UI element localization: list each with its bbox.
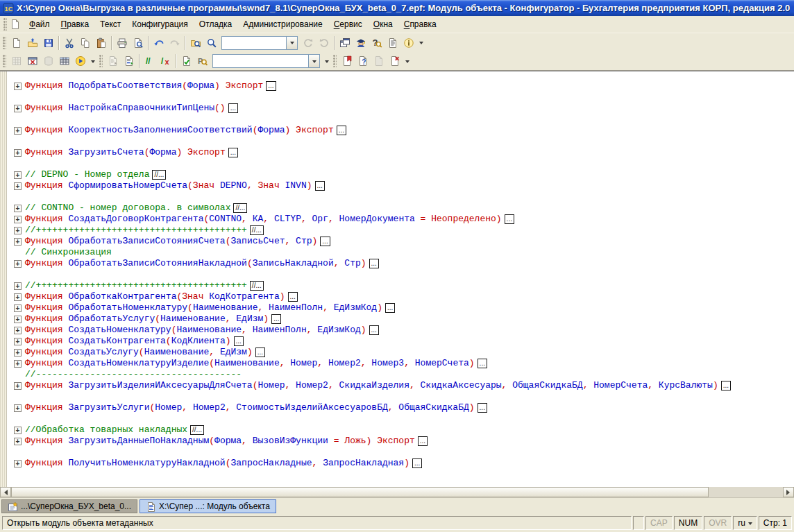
close-window-button[interactable] [24,53,40,69]
print-preview-button[interactable] [130,35,146,51]
collapsed-body-marker[interactable]: ... [385,303,395,313]
procedures-options-button[interactable] [322,53,331,69]
collapsed-body-marker[interactable]: ... [505,214,514,224]
toolbar-options-button[interactable] [416,35,425,51]
code-line[interactable]: +Функция ЗагрузитьДанныеПоНакладным(Форм… [7,436,794,447]
clear-bookmarks-button[interactable] [387,53,403,69]
tab-processor[interactable]: ...\СуперОкна_БУХ_beta_0... [1,499,137,513]
cut-button[interactable] [61,35,77,51]
code-line[interactable]: +Функция ЗагрузитьИзделияИАксесуарыДляСч… [7,380,794,391]
open-button[interactable] [24,35,40,51]
add-comment-button[interactable]: // [142,53,158,69]
fold-expand-button[interactable]: + [14,171,22,179]
collapsed-body-marker[interactable]: ... [315,181,325,191]
search-combobox-field[interactable] [221,36,286,50]
scrollbar-track[interactable] [709,487,783,497]
collapsed-body-marker[interactable]: ... [320,237,330,246]
fold-expand-button[interactable]: + [14,227,22,234]
table-button[interactable] [56,53,72,69]
horizontal-scrollbar[interactable] [0,487,794,497]
menubar-grip[interactable] [3,18,7,31]
fold-expand-button[interactable]: + [14,216,22,223]
new-document-button[interactable] [8,35,24,51]
code-line[interactable]: +Функция ОбработатьНоменклатуру(Наименов… [7,302,794,314]
blank-line[interactable] [7,391,794,402]
toggle-bookmark-button[interactable] [339,53,355,69]
code-area[interactable]: +Функция ПодобратьСоответствия(Форма) Эк… [7,71,794,487]
paste-button[interactable] [93,35,109,51]
fold-expand-button[interactable]: + [14,149,22,157]
fold-expand-button[interactable]: + [14,127,22,135]
print-button[interactable] [114,35,130,51]
collapsed-body-marker[interactable]: ... [369,325,379,335]
collapsed-body-marker[interactable]: ... [288,292,298,302]
toolbar-grip[interactable] [333,55,337,67]
language-selector[interactable]: ru [733,516,757,530]
collapsed-body-marker[interactable]: //... [250,225,264,235]
fold-expand-button[interactable]: + [14,260,22,268]
blank-line[interactable] [7,158,794,169]
blank-line[interactable] [7,136,794,147]
fold-expand-button[interactable]: + [14,349,22,357]
collapsed-body-marker[interactable]: ... [228,103,238,113]
fold-expand-button[interactable]: + [14,438,22,445]
collapsed-body-marker[interactable]: ... [271,314,281,324]
scroll-right-button[interactable] [783,487,794,497]
code-line[interactable]: +Функция ОбработатьУслугу(Наименование, … [7,314,794,325]
code-line[interactable]: +Функция СоздатьНоменклатуруИзделие(Наим… [7,358,794,369]
fold-expand-button[interactable]: + [14,382,22,390]
goto-procedure-button[interactable]: P [194,53,210,69]
fold-expand-button[interactable]: + [14,205,22,212]
fold-expand-button[interactable]: + [14,293,22,301]
code-line[interactable]: +// CONTNO - номер договора. в символах/… [7,203,794,214]
blank-line[interactable] [7,413,794,424]
menu-windows[interactable]: Окна [368,17,398,32]
collapsed-body-marker[interactable]: //... [190,425,204,435]
collapsed-body-marker[interactable]: ... [234,336,244,346]
code-line[interactable]: +Функция СоздатьДоговорКонтрагента(CONTN… [7,214,794,225]
fold-expand-button[interactable]: + [14,327,22,334]
code-line[interactable]: +Функция ОбработкаКонтрагента(Знач КодКо… [7,291,794,302]
collapsed-body-marker[interactable]: ... [721,381,731,391]
menu-edit[interactable]: Правка [56,17,95,32]
blank-line[interactable] [7,191,794,203]
toolbar-grip[interactable] [3,55,6,67]
fold-expand-button[interactable]: + [14,182,22,190]
menu-file[interactable]: Файл [24,17,56,32]
collapsed-body-marker[interactable]: //... [233,203,247,213]
blank-line[interactable] [7,114,794,125]
blank-line[interactable] [7,269,794,280]
fold-expand-button[interactable]: + [14,338,22,345]
menu-administration[interactable]: Администрирование [237,17,328,32]
undo-button[interactable] [151,35,167,51]
properties-button[interactable] [385,35,400,51]
code-line[interactable]: +Функция ОбработатьЗаписиСотоянияСчета(З… [7,236,794,247]
collapsed-body-marker[interactable]: ... [337,126,346,135]
code-line[interactable]: +Функция КооректностьЗаполненияСоответст… [7,125,794,136]
search-button[interactable] [203,35,219,51]
context-help-button[interactable]: ? [369,35,385,51]
remove-comment-button[interactable]: /x [158,53,174,69]
code-line[interactable]: +//+++++++++++++++++++++++++++++++++++++… [7,280,794,291]
fold-expand-button[interactable]: + [14,404,22,412]
code-line[interactable]: +Функция СформироватьНомерСчета(Знач DEP… [7,180,794,191]
tab-object-module[interactable]: X:\Супер ...: Модуль объекта [140,499,276,513]
fold-expand-button[interactable]: + [14,304,22,312]
run-options-button[interactable] [88,53,97,69]
code-line[interactable]: +Функция НастройкаСправочникиТипЦены()..… [7,103,794,114]
next-bookmark-button[interactable]: ? [355,53,371,69]
procedures-combobox-field[interactable] [212,54,308,68]
syntax-assistant-button[interactable] [353,35,369,51]
search-combobox-dropdown-button[interactable] [286,36,298,50]
about-button[interactable] [400,35,416,51]
search-combobox[interactable] [221,36,298,50]
fold-expand-button[interactable]: + [14,282,22,290]
menu-tools[interactable]: Сервис [328,17,368,32]
code-line[interactable]: +Функция ЗагрузитьУслуги(Номер, Номер2, … [7,402,794,413]
code-line[interactable]: +Функция ПолучитьНоменклатуруНакладной(З… [7,458,794,469]
syntax-check-button[interactable] [178,53,194,69]
fold-expand-button[interactable]: + [14,316,22,323]
procedures-combobox-dropdown-button[interactable] [308,54,320,68]
code-line[interactable]: +Функция ОбработатьЗаписиСотоянияНакладн… [7,258,794,269]
menu-help[interactable]: Справка [398,17,442,32]
